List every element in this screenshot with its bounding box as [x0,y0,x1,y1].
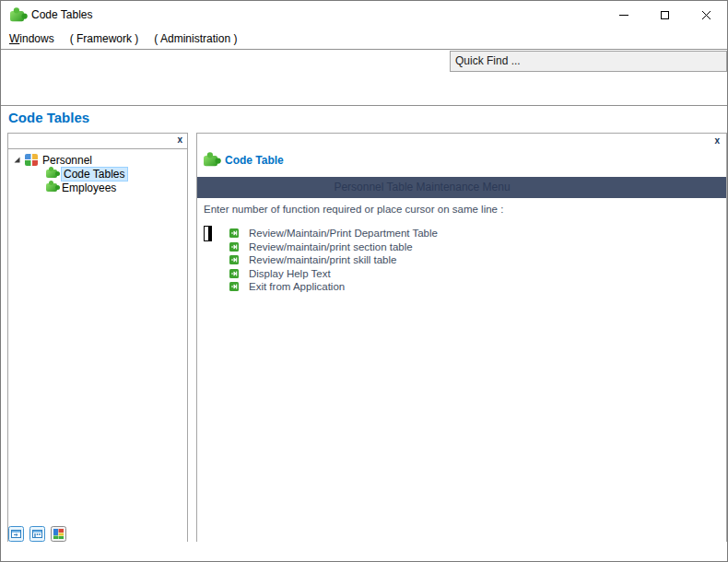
green-arrow-icon [229,255,239,264]
function-menu-item[interactable]: Exit from Application [197,280,726,294]
tree-panel-close-button[interactable]: x [177,135,182,146]
page-title: Code Tables [8,110,89,125]
window-grid-icon[interactable] [29,526,45,545]
green-puzzle-icon [46,183,57,192]
category-blocks-icon [25,154,38,166]
quick-find-input[interactable]: Quick Find ... [450,51,727,72]
function-menu-label[interactable]: Exit from Application [249,281,345,292]
app-window: Code Tables Windows ( Framework ) ( Admi… [0,0,728,562]
tree-item-personnel[interactable]: Personnel [8,153,187,167]
app-puzzle-icon [10,11,24,21]
expand-arrow-icon[interactable] [13,156,21,164]
close-icon [701,10,711,20]
tree-panel-header: x [8,134,187,149]
maximize-button[interactable] [644,1,686,29]
window-title: Code Tables [31,1,93,29]
content-panel-title: Code Table [225,154,284,167]
menu-item-administration[interactable]: ( Administration ) [154,32,237,45]
minimize-button[interactable] [603,1,644,29]
function-menu-list: Review/Maintain/Print Department Table R… [197,227,726,294]
green-puzzle-icon [204,155,217,165]
maximize-icon [661,11,669,19]
minimize-icon [619,15,628,16]
function-menu-item[interactable]: Review/Maintain/Print Department Table [197,227,726,240]
function-menu-item[interactable]: Review/maintain/print section table [197,240,726,254]
navigation-tree: Personnel Code Tables Employees [8,149,187,194]
tree-item-label-selected[interactable]: Code Tables [61,167,128,181]
function-menu-label[interactable]: Review/maintain/print skill table [249,254,396,265]
green-puzzle-icon [46,170,57,178]
window-controls [603,1,727,29]
navigation-tree-panel: x Personnel Code Tables Employees [7,133,188,544]
instruction-text: Enter number of function required or pla… [204,204,503,215]
content-panel-close-button[interactable]: x [714,135,720,146]
screen-banner: Personnel Table Maintenance Menu [197,177,726,198]
green-arrow-icon [229,269,239,278]
close-button[interactable] [686,1,727,29]
toolbar-separator [1,105,727,106]
tree-item-employees[interactable]: Employees [8,181,187,194]
status-bar [1,542,727,561]
content-panel-header: Code Table [204,154,284,167]
colored-tiles-icon[interactable] [51,526,66,545]
function-menu-label[interactable]: Display Help Text [249,268,331,279]
green-arrow-icon [229,282,239,291]
cascade-window-icon[interactable] [8,526,24,545]
function-menu-label[interactable]: Review/Maintain/Print Department Table [249,228,438,239]
green-arrow-icon [229,228,239,238]
tree-item-label[interactable]: Personnel [42,154,92,167]
menu-item-windows[interactable]: Windows [9,32,54,45]
function-menu-item[interactable]: Display Help Text [197,267,726,281]
tree-item-label[interactable]: Employees [62,181,116,194]
tree-item-code-tables[interactable]: Code Tables [8,167,187,181]
function-menu-label[interactable]: Review/maintain/print section table [249,241,413,252]
code-table-panel: x Code Table Personnel Table Maintenance… [196,133,727,544]
function-menu-item[interactable]: Review/maintain/print skill table [197,253,726,267]
menu-item-framework[interactable]: ( Framework ) [70,32,139,45]
green-arrow-icon [229,242,239,252]
title-bar: Code Tables [1,1,727,29]
menu-bar: Windows ( Framework ) ( Administration ) [1,29,727,50]
